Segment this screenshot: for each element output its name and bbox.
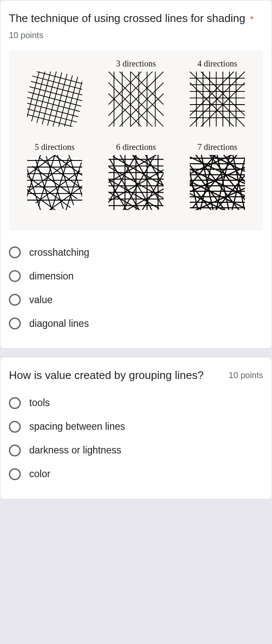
options-group: tools spacing between lines darkness or … xyxy=(9,391,263,486)
option-label: spacing between lines xyxy=(29,421,125,432)
hatch-swatch-7dir xyxy=(190,155,245,210)
option-label: diagonal lines xyxy=(29,318,89,329)
required-indicator: * xyxy=(250,14,253,24)
points-label: 10 points xyxy=(9,30,43,40)
question-card: The technique of using crossed lines for… xyxy=(0,0,272,348)
svg-line-29 xyxy=(119,72,164,127)
hatch-label: 4 directions xyxy=(197,59,237,70)
option-label: color xyxy=(29,468,50,480)
question-header: How is value created by grouping lines? … xyxy=(9,368,263,384)
radio-option[interactable]: tools xyxy=(9,391,263,415)
hatch-swatch-4dir xyxy=(190,72,245,127)
question-text: How is value created by grouping lines? xyxy=(9,369,204,381)
radio-icon xyxy=(9,246,21,258)
points-label: 10 points xyxy=(229,368,263,383)
hatch-swatch-5dir xyxy=(27,155,82,210)
question-text: The technique of using crossed lines for… xyxy=(9,12,245,25)
radio-option[interactable]: spacing between lines xyxy=(9,415,263,439)
option-label: value xyxy=(29,294,53,306)
radio-option[interactable]: dimension xyxy=(9,264,263,288)
radio-icon xyxy=(9,270,21,282)
radio-option[interactable]: value xyxy=(9,288,263,312)
option-label: crosshatching xyxy=(29,247,89,258)
question-title: The technique of using crossed lines for… xyxy=(9,11,263,43)
radio-icon xyxy=(9,468,21,480)
hatch-swatch-3dir xyxy=(108,72,164,127)
radio-option[interactable]: diagonal lines xyxy=(9,312,263,335)
hatch-swatch-2dir xyxy=(27,72,82,127)
hatch-label: 7 directions xyxy=(197,142,237,153)
option-label: tools xyxy=(29,397,50,409)
radio-option[interactable]: darkness or lightness xyxy=(9,439,263,462)
radio-icon xyxy=(9,445,21,456)
question-card: How is value created by grouping lines? … xyxy=(0,357,272,499)
hatch-swatch-6dir xyxy=(108,155,164,210)
svg-line-26 xyxy=(119,72,164,127)
question-header: The technique of using crossed lines for… xyxy=(9,11,263,43)
radio-option[interactable]: crosshatching xyxy=(9,240,263,264)
question-title: How is value created by grouping lines? xyxy=(9,368,225,384)
hatch-label: 6 directions xyxy=(116,142,156,153)
question-image: 3 directions 4 directions xyxy=(9,50,263,230)
hatch-label: 3 directions xyxy=(116,59,156,70)
option-label: dimension xyxy=(29,271,74,282)
radio-icon xyxy=(9,318,21,329)
svg-line-104 xyxy=(122,155,155,210)
option-label: darkness or lightness xyxy=(29,445,121,456)
radio-icon xyxy=(9,294,21,306)
hatch-label: 5 directions xyxy=(35,142,75,153)
radio-icon xyxy=(9,397,21,409)
radio-option[interactable]: color xyxy=(9,462,263,486)
options-group: crosshatching dimension value diagonal l… xyxy=(9,240,263,335)
radio-icon xyxy=(9,421,21,433)
